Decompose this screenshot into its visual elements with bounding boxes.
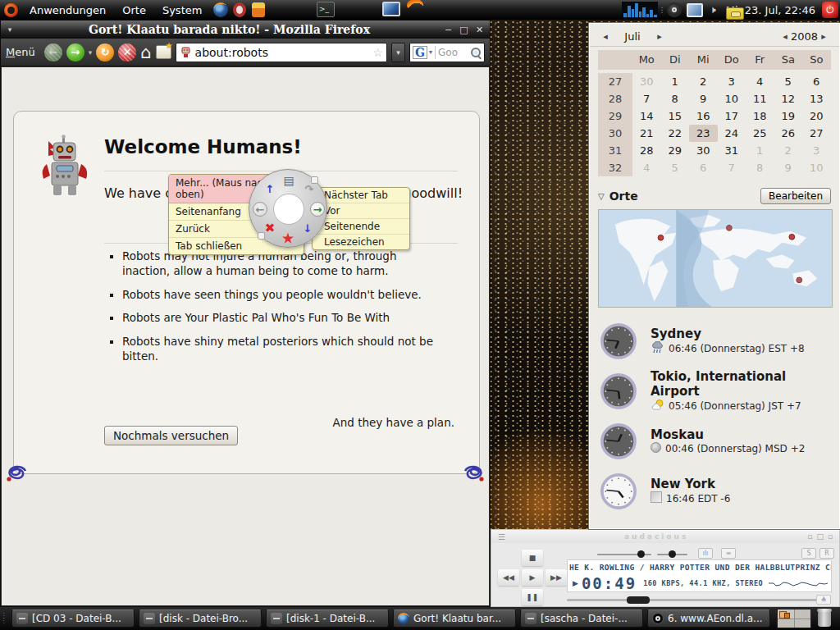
calendar-day[interactable]: 20 xyxy=(802,107,831,125)
pie-bookmark-icon[interactable]: ★ xyxy=(281,231,295,245)
volume-slider[interactable] xyxy=(597,554,651,555)
pie-menu-item[interactable]: Lesezeichen xyxy=(313,235,409,249)
shuffle-button[interactable]: S xyxy=(801,548,816,559)
network-icon[interactable] xyxy=(687,3,703,17)
calendar-day[interactable]: 5 xyxy=(661,159,690,176)
song-title-marquee[interactable]: HE K. ROWLING / HARRY POTTER UND DER HAL… xyxy=(568,560,831,572)
calendar-day[interactable]: 6 xyxy=(802,73,831,90)
archive-drawer-icon[interactable] xyxy=(726,7,744,20)
new-page-icon[interactable] xyxy=(156,45,171,59)
calendar-day[interactable]: 32 xyxy=(598,159,632,176)
calendar-day[interactable]: 10 xyxy=(718,90,746,107)
home-button[interactable]: ⌂ xyxy=(140,44,151,61)
player-shade-button[interactable]: □ xyxy=(816,532,824,541)
stop-button[interactable]: ■ xyxy=(522,550,543,566)
player-menu-icon[interactable]: ☰ xyxy=(498,532,505,541)
workspace-2[interactable] xyxy=(795,609,811,619)
calendar-day[interactable]: 8 xyxy=(661,90,690,107)
reload-button[interactable]: ↻ xyxy=(96,43,114,62)
calendar-day[interactable]: 10 xyxy=(802,159,831,176)
terminal-icon[interactable]: >_ xyxy=(317,2,335,17)
calendar-day[interactable]: 30 xyxy=(689,142,718,159)
pie-more-icon[interactable]: ▤ xyxy=(281,173,296,188)
search-box[interactable]: G ▾ Goo xyxy=(409,43,485,62)
pie-page-end-icon[interactable]: ↓ xyxy=(300,221,315,235)
volume-icon[interactable]: 🕨 xyxy=(709,3,715,16)
repeat-button[interactable]: R xyxy=(819,548,834,559)
workspace-switcher[interactable] xyxy=(777,609,811,628)
calendar-day[interactable]: 29 xyxy=(598,107,632,125)
calendar-day[interactable]: 22 xyxy=(661,125,690,142)
url-bar[interactable]: about:robots ☆ xyxy=(176,43,387,62)
maximize-button[interactable]: □ xyxy=(459,25,469,35)
player-close-button[interactable]: ▫ xyxy=(828,532,833,541)
close-button[interactable]: ✕ xyxy=(474,25,485,35)
collapse-triangle-icon[interactable]: ▽ xyxy=(598,192,605,201)
calendar-day[interactable]: 17 xyxy=(718,107,746,125)
search-icon[interactable] xyxy=(470,47,482,58)
pause-button[interactable]: ❚❚ xyxy=(522,589,543,605)
next-month-button[interactable]: ▸ xyxy=(654,31,665,42)
naruto-launcher[interactable] xyxy=(250,2,267,18)
calendar-day[interactable]: 27 xyxy=(802,125,831,142)
pie-next-tab-icon[interactable]: ↷ xyxy=(302,181,317,196)
play-button[interactable]: ▶ xyxy=(522,569,543,586)
next-year-button[interactable]: ▸ xyxy=(818,31,829,42)
pie-menu-item[interactable]: Seitenende xyxy=(313,219,409,235)
edit-locations-button[interactable]: Bearbeiten xyxy=(760,188,831,204)
url-dropdown-button[interactable]: ▾ xyxy=(391,43,405,62)
stop-button[interactable]: ✕ xyxy=(118,43,136,62)
taskbar-item[interactable]: [sascha - Datei-... xyxy=(520,609,643,628)
panel-menu[interactable]: System xyxy=(154,0,210,20)
power-button[interactable]: ⏻ xyxy=(822,2,838,18)
screen-icon[interactable] xyxy=(382,2,400,16)
calendar-day[interactable]: 12 xyxy=(774,90,803,107)
calendar-day[interactable]: 3 xyxy=(802,142,831,159)
search-placeholder[interactable]: Goo xyxy=(436,47,470,58)
calendar-day[interactable]: 14 xyxy=(632,107,661,125)
calendar-day[interactable]: 24 xyxy=(718,125,746,142)
calendar-day[interactable]: 8 xyxy=(746,159,774,176)
pie-close-tab-icon[interactable]: ✖ xyxy=(262,221,277,235)
next-button[interactable]: ▶▶ xyxy=(546,569,567,586)
calendar-day[interactable]: 29 xyxy=(661,142,690,159)
pie-menu-item[interactable]: Nächster Tab xyxy=(313,188,409,203)
calendar-day[interactable]: 9 xyxy=(774,159,803,176)
tray-grip[interactable]: ⋮ xyxy=(658,7,664,13)
taskbar-grip[interactable]: ⋮⋮ xyxy=(0,614,7,623)
calendar-day[interactable]: 28 xyxy=(632,142,661,159)
calendar-day[interactable]: 26 xyxy=(774,125,803,142)
calendar-day[interactable]: 7 xyxy=(632,90,661,107)
pie-menu-ring[interactable]: ▤ ↷ → ↓ ★ ✖ ← ↑ xyxy=(249,169,327,248)
seek-bar[interactable] xyxy=(567,599,829,601)
forward-button[interactable]: → xyxy=(66,43,84,62)
calendar-day[interactable]: 1 xyxy=(746,142,774,159)
location-row[interactable]: Sydney 06:46 (Donnerstag) EST +8 xyxy=(590,316,839,366)
calendar-day[interactable]: 25 xyxy=(746,125,774,142)
back-button[interactable]: ← xyxy=(44,43,62,62)
player-titlebar[interactable]: ☰ audacious ▫ □ ▫ xyxy=(491,530,839,543)
tray-app-icon[interactable] xyxy=(667,2,682,17)
panel-menu[interactable]: Anwendungen xyxy=(21,0,114,20)
calendar-day[interactable]: 2 xyxy=(774,142,803,159)
player-minimize-button[interactable]: ▫ xyxy=(807,532,812,541)
calendar-day[interactable]: 7 xyxy=(718,159,746,176)
playlist-button[interactable]: ≡ xyxy=(721,548,736,559)
try-again-button[interactable]: Nochmals versuchen xyxy=(104,426,238,445)
firefox-titlebar[interactable]: ▾ Gort! Klaatu barada nikto! - Mozilla F… xyxy=(1,21,490,39)
calendar-day[interactable]: 15 xyxy=(661,107,690,125)
taskbar-item[interactable]: [CD 03 - Datei-B... xyxy=(11,609,135,628)
seek-handle[interactable] xyxy=(627,596,650,604)
calendar-day[interactable]: 13 xyxy=(802,90,831,107)
calendar-day[interactable]: 19 xyxy=(774,107,803,125)
pie-back-icon[interactable]: ← xyxy=(253,202,267,217)
calendar-day[interactable]: 5 xyxy=(774,73,803,90)
calendar-day[interactable]: 30 xyxy=(598,125,632,142)
taskbar-item[interactable]: Gort! Klaatu bar... xyxy=(393,609,516,628)
balance-slider[interactable] xyxy=(657,554,687,555)
panel-menu[interactable]: Orte xyxy=(114,0,154,20)
bookmark-star-icon[interactable]: ☆ xyxy=(372,46,383,59)
calendar-day[interactable]: 6 xyxy=(689,159,718,176)
calendar-day[interactable]: 2 xyxy=(689,73,718,90)
location-row[interactable]: Tokio, International Airport 05:46 (Donn… xyxy=(590,366,839,416)
